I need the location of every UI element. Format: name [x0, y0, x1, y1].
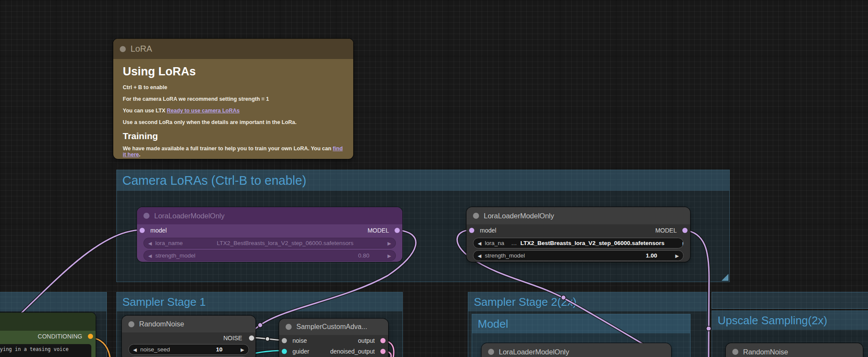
denoised-output-label: denoised_output	[330, 348, 375, 355]
prompt-textarea[interactable]: saying in a teasing voice	[0, 344, 91, 357]
decrement-arrow-icon[interactable]	[148, 240, 152, 246]
widget-label: strength_model	[155, 252, 195, 259]
model-input-slot[interactable]	[140, 228, 145, 233]
node-title: RandomNoise	[743, 348, 788, 356]
strength-model-widget[interactable]: strength_model 0.80	[143, 250, 396, 261]
node-status-dot-icon	[473, 213, 479, 219]
decrement-arrow-icon[interactable]	[478, 252, 481, 259]
noise-input-label: noise	[292, 337, 307, 344]
model-input-label: model	[150, 227, 167, 234]
node-title: LoraLoaderModelOnly	[499, 348, 569, 356]
group-model-title[interactable]: Model	[472, 314, 690, 333]
widget-value: 10	[216, 346, 223, 353]
noise-seed-widget[interactable]: noise_seed 10	[128, 344, 249, 355]
model-output-slot[interactable]	[395, 228, 400, 233]
conditioning-output-slot[interactable]	[88, 334, 93, 339]
node-status-dot-icon	[286, 324, 292, 330]
lora-name-widget[interactable]: lora_name LTX2_BestBreasts_lora_V2_step_…	[143, 238, 396, 248]
output-label: output	[358, 337, 375, 344]
lora-name-widget[interactable]: lora_na … LTX2_BestBreasts_lora_V2_step_…	[473, 238, 684, 248]
model-input-label: model	[480, 227, 496, 234]
group-sampler-stage-2-title[interactable]: Sampler Stage 2(2x)	[468, 292, 707, 311]
model-output-slot[interactable]	[682, 228, 688, 233]
node-titlebar[interactable]: LoraLoaderModelOnly	[467, 207, 690, 224]
node-status-dot-icon	[143, 213, 149, 219]
node-status-dot-icon	[128, 321, 134, 327]
conditioning-output-label: CONDITIONING	[38, 333, 82, 340]
node-status-dot-icon	[120, 46, 126, 52]
node-lora-loader-stage2[interactable]: LoraLoaderModelOnly	[482, 343, 671, 357]
noise-output-label: NOISE	[223, 335, 242, 341]
widget-label: lora_name	[155, 240, 183, 246]
group-cropped-right-band[interactable]	[712, 292, 868, 309]
widget-label: lora_na	[485, 240, 504, 246]
group-upscale-sampling-title[interactable]: Upscale Sampling(2x)	[712, 311, 868, 330]
node-titlebar[interactable]: LoraLoaderModelOnly	[482, 343, 671, 357]
group-camera-loras-title[interactable]: Camera LoRAs (Ctrl-B to enable)	[117, 170, 729, 191]
camera-loras-link[interactable]: Ready to use camera LoRAs	[167, 108, 240, 114]
noise-output-slot[interactable]	[249, 335, 254, 341]
guider-input-label: guider	[292, 348, 309, 355]
node-titlebar[interactable]: RandomNoise	[122, 316, 255, 332]
node-lora-loader-active[interactable]: LoraLoaderModelOnly model MODEL lora_na …	[467, 207, 690, 262]
node-titlebar[interactable]: RandomNoise	[726, 343, 863, 357]
group-resize-handle[interactable]	[722, 274, 728, 281]
node-titlebar[interactable]: SamplerCustomAdva...	[279, 319, 388, 335]
node-graph-canvas[interactable]: Camera LoRAs (Ctrl-B to enable) Sampler …	[0, 0, 868, 357]
node-title: SamplerCustomAdva...	[296, 323, 367, 331]
widget-value: LTX2_BestBreasts_lora_V2_step_06000.safe…	[520, 240, 664, 246]
increment-arrow-icon[interactable]	[388, 240, 391, 246]
increment-arrow-icon[interactable]	[241, 346, 244, 353]
model-input-slot[interactable]	[469, 228, 474, 233]
note-line-ctrl-b: Ctrl + B to enable	[123, 84, 345, 90]
model-output-label: MODEL	[655, 227, 677, 234]
node-sampler-custom-advanced[interactable]: SamplerCustomAdva... noise output guider…	[279, 319, 388, 357]
strength-model-widget[interactable]: strength_model 1.00	[473, 250, 684, 261]
note-line-trainer: We have made available a full trainer to…	[123, 146, 345, 158]
node-status-dot-icon	[488, 349, 494, 355]
noise-input-slot[interactable]	[282, 338, 287, 343]
output-slot[interactable]	[380, 338, 386, 343]
decrement-arrow-icon[interactable]	[133, 346, 137, 353]
decrement-arrow-icon[interactable]	[478, 240, 481, 246]
node-title: RandomNoise	[139, 320, 184, 328]
widget-value: LTX2_BestBreasts_lora_V2_step_06000.safe…	[217, 240, 353, 246]
guider-input-slot[interactable]	[282, 349, 287, 354]
node-titlebar[interactable]: LoraLoaderModelOnly	[137, 207, 402, 224]
widget-value: 0.80	[358, 252, 369, 259]
increment-arrow-icon[interactable]	[675, 252, 679, 259]
ellipsis: …	[511, 240, 517, 246]
note-node-lora[interactable]: LoRA Using LoRAs Ctrl + B to enable For …	[113, 39, 353, 159]
note-heading-using-loras: Using LoRAs	[123, 65, 345, 78]
note-node-titlebar[interactable]: LoRA	[113, 39, 353, 59]
widget-label: strength_model	[485, 252, 525, 259]
decrement-arrow-icon[interactable]	[148, 252, 152, 259]
node-random-noise-2[interactable]: RandomNoise	[726, 343, 863, 357]
group-cropped-left-title	[0, 292, 106, 311]
widget-label: noise_seed	[140, 346, 170, 353]
node-lora-loader-bypassed[interactable]: LoraLoaderModelOnly model MODEL lora_nam…	[137, 207, 402, 262]
widget-value: 1.00	[646, 252, 657, 259]
node-conditioning-cropped[interactable]: CONDITIONING saying in a teasing voice	[0, 313, 96, 357]
note-line-strength: For the camera LoRA we recommend setting…	[123, 96, 345, 102]
node-titlebar[interactable]	[0, 313, 96, 331]
group-sampler-stage-1-title[interactable]: Sampler Stage 1	[117, 292, 402, 311]
node-title: LoraLoaderModelOnly	[154, 212, 224, 220]
denoised-output-slot[interactable]	[380, 349, 386, 354]
node-random-noise-1[interactable]: RandomNoise NOISE noise_seed 10	[122, 316, 255, 357]
increment-arrow-icon[interactable]	[682, 240, 684, 246]
note-node-title: LoRA	[131, 44, 152, 54]
model-output-label: MODEL	[367, 227, 389, 234]
increment-arrow-icon[interactable]	[388, 252, 391, 259]
node-title: LoraLoaderModelOnly	[484, 212, 554, 220]
note-line-ltx: You can use LTX Ready to use camera LoRA…	[123, 108, 345, 114]
note-body: Using LoRAs Ctrl + B to enable For the c…	[113, 59, 353, 158]
node-status-dot-icon	[732, 349, 738, 355]
note-line-second-lora: Use a second LoRa only when the details …	[123, 119, 345, 125]
note-heading-training: Training	[123, 131, 345, 141]
